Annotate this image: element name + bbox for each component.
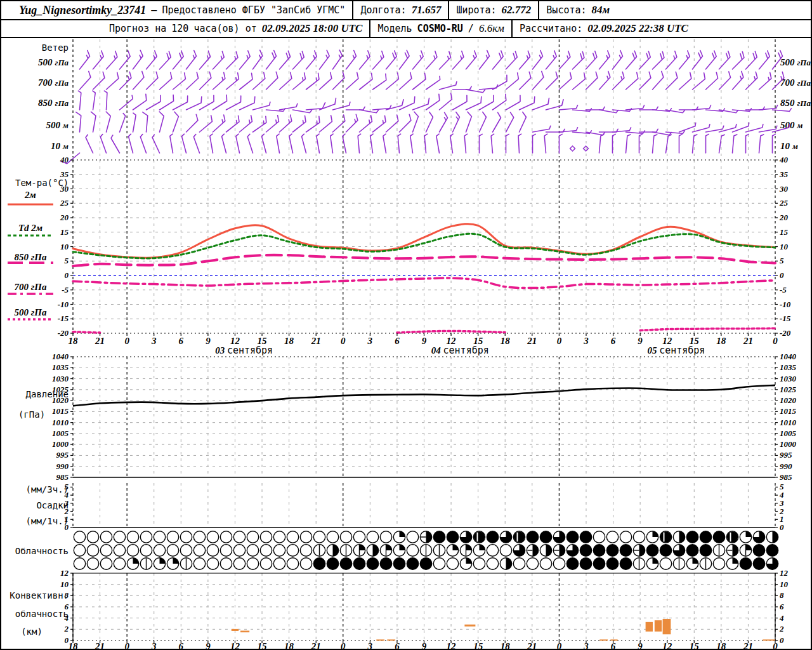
meteogram-chart: 40403535303025252020151510105500-5-5-10-… (1, 1, 811, 649)
axis-tick-label: 21 (95, 336, 105, 346)
axis-tick-label: 1010 (52, 418, 69, 427)
axis-tick-label: 0 (773, 336, 778, 346)
axis-tick-label: 15 (780, 227, 789, 237)
axis-tick-label: 1020 (780, 395, 797, 405)
axis-tick-label: 1000 (780, 439, 797, 449)
axis-tick-label: 6 (611, 336, 616, 346)
axis-tick-label: 1035 (780, 362, 797, 372)
axis-tick-label: 0 (65, 270, 69, 280)
axis-tick-label: 0 (557, 641, 562, 649)
wind-barbs (61, 50, 791, 166)
axis-tick-label: -20 (780, 328, 791, 338)
axis-tick-label: 995 (56, 450, 69, 460)
axis-tick-label: 3 (583, 336, 589, 346)
axis-tick-label: -5 (780, 285, 787, 295)
axis-tick-label: 21 (311, 641, 321, 649)
axis-tick-label: 5 (780, 256, 784, 265)
axis-tick-label: 990 (56, 461, 69, 471)
axis-tick-label: 20 (779, 213, 789, 222)
axis-tick-label: 8 (780, 590, 784, 600)
axis-tick-label: 18 (69, 336, 79, 346)
axis-tick-label: 18 (284, 336, 294, 346)
axis-tick-label: 6 (780, 602, 784, 611)
axis-tick-label: 1020 (52, 395, 69, 405)
axis-tick-label: 6 (65, 602, 69, 611)
axis-tick-label: 6 (179, 641, 184, 649)
axis-tick-label: 21 (527, 641, 537, 649)
axis-tick-label: 21 (311, 336, 321, 346)
date-label: 04 сентября (431, 345, 489, 356)
temp-legend-lines (8, 204, 53, 319)
axis-tick-label: -10 (780, 300, 791, 309)
axis-tick-label: 9 (638, 336, 643, 346)
axis-tick-label: 9 (422, 641, 427, 649)
axis-tick-label: 6 (395, 336, 400, 346)
axis-tick-label: 40 (60, 155, 69, 164)
axis-tick-label: 1000 (52, 439, 69, 449)
axis-tick-label: 9 (638, 641, 643, 649)
axis-tick-label: 0 (124, 641, 129, 649)
axis-tick-label: 21 (743, 336, 753, 346)
axis-tick-label: 18 (284, 641, 294, 649)
axis-tick-label: 35 (60, 169, 69, 179)
axis-tick-label: 3 (151, 336, 157, 346)
axis-tick-label: 4 (64, 613, 69, 623)
axis-tick-label: 3 (151, 641, 157, 649)
axis-tick-label: -10 (58, 300, 69, 309)
date-label: 03 сентября (215, 345, 273, 356)
axis-tick-label: 15 (690, 641, 700, 649)
axis-tick-label: 1025 (52, 385, 69, 394)
axis-tick-label: 12 (662, 641, 672, 649)
axis-tick-label: 10 (780, 242, 789, 251)
axis-tick-label: 1030 (780, 374, 797, 383)
axis-tick-label: 12 (447, 641, 457, 649)
axis-tick-label: 0 (773, 641, 778, 649)
cloud-cover-rows (74, 531, 778, 569)
axis-tick-label: 0 (65, 522, 69, 532)
convective-cloud-bars (232, 619, 775, 640)
axis-tick-label: 12 (230, 641, 240, 649)
axis-tick-label: 20 (60, 213, 69, 222)
axis-tick-label: 25 (779, 198, 789, 208)
axis-tick-label: 2 (64, 624, 69, 633)
axis-tick-label: 0 (780, 635, 784, 645)
axis-tick-label: 18 (501, 336, 511, 346)
axis-tick-label: 40 (779, 155, 789, 164)
axis-tick-label: 9 (206, 641, 211, 649)
axis-tick-label: 2 (779, 624, 784, 633)
axis-tick-label: 9 (206, 336, 211, 346)
axis-tick-label: 10 (60, 242, 69, 251)
axis-tick-label: 1005 (52, 428, 69, 438)
axis-tick-label: 1015 (52, 406, 69, 416)
meteogram-page: Yug_Nignesortimky_23741 — Предоставлено … (0, 0, 812, 650)
axis-tick-label: 18 (69, 641, 79, 649)
axis-tick-label: 0 (341, 336, 346, 346)
axis-tick-label: 3 (583, 641, 589, 649)
axis-tick-label: 1035 (52, 362, 69, 372)
axis-tick-label: 18 (716, 336, 726, 346)
axis-tick-label: 30 (779, 184, 789, 194)
axis-tick-label: 0 (557, 336, 562, 346)
axis-tick-label: -15 (58, 314, 69, 323)
axis-tick-label: 6 (395, 641, 400, 649)
axis-tick-label: 35 (779, 169, 789, 179)
axis-tick-label: 6 (179, 336, 184, 346)
axis-tick-label: 1010 (780, 418, 797, 427)
axis-tick-label: 21 (527, 336, 537, 346)
axis-tick-label: 3 (367, 641, 373, 649)
axis-tick-label: 3 (367, 336, 373, 346)
axis-tick-label: 1005 (780, 428, 797, 438)
axis-tick-label: 5 (65, 256, 69, 265)
axis-tick-label: 0 (124, 336, 129, 346)
axis-tick-label: 18 (716, 641, 726, 649)
axis-tick-label: 10 (780, 580, 789, 589)
axis-tick-label: 995 (780, 450, 792, 460)
axis-tick-label: 1015 (780, 406, 797, 416)
axis-tick-label: -20 (58, 328, 69, 338)
axis-tick-label: 12 (780, 568, 789, 578)
date-label: 05 сентября (647, 345, 705, 356)
axis-tick-label: 25 (60, 198, 69, 208)
axis-tick-label: 0 (780, 522, 784, 532)
axis-tick-label: 1040 (52, 352, 69, 361)
axis-tick-label: -15 (780, 314, 791, 323)
